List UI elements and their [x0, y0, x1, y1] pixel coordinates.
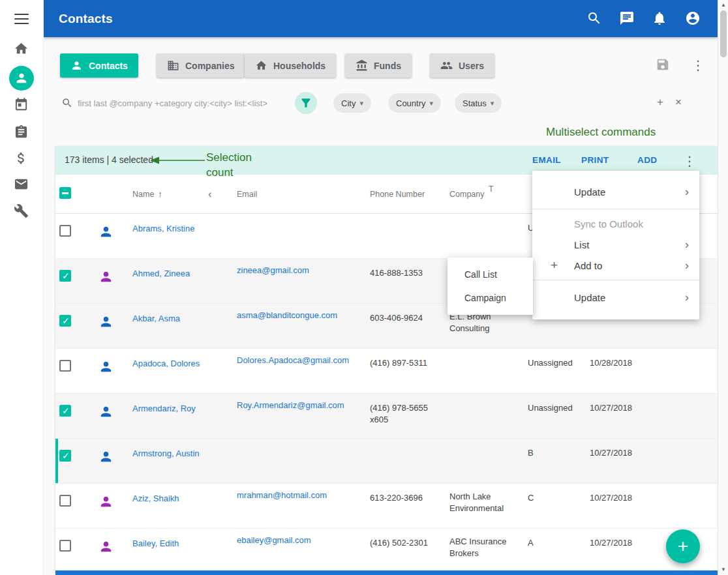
table-row[interactable]: Apadoca, Dolores Dolores.Apadoca@gmail.c… [55, 349, 718, 394]
contact-email-link[interactable]: zineea@gmail.com [237, 264, 309, 276]
contact-email-link[interactable]: Roy.Armendariz@gmail.com [237, 399, 344, 411]
sidebar-item-calendar[interactable] [14, 97, 29, 112]
column-header-company[interactable]: CompanyT [446, 190, 524, 199]
caret-down-icon: ▾ [359, 99, 363, 108]
tab-companies[interactable]: Companies [157, 53, 245, 78]
messages-button[interactable] [619, 10, 635, 26]
column-header-phone[interactable]: Phone Number [366, 190, 446, 199]
contact-name-link[interactable]: Armstrong, Austin [132, 447, 200, 460]
contact-company [446, 439, 524, 446]
contact-email-link[interactable]: mrahman@hotmail.com [237, 489, 327, 501]
menu-item-update-2[interactable]: Update› [532, 284, 699, 310]
menu-item-call-list[interactable]: Call List [447, 263, 533, 286]
save-icon [656, 57, 670, 72]
home-icon [255, 59, 267, 72]
sidebar-item-opportunities[interactable] [14, 151, 29, 166]
row-checkbox[interactable] [59, 405, 71, 417]
contact-name-link[interactable]: Armendariz, Roy [132, 402, 196, 415]
add-button[interactable]: ADD [637, 155, 657, 165]
sidebar-item-contacts-active[interactable] [9, 66, 34, 91]
sidebar-item-settings[interactable] [14, 203, 29, 218]
row-checkbox[interactable] [59, 360, 71, 372]
hamburger-menu-button[interactable] [14, 14, 29, 24]
person-avatar-icon [99, 539, 114, 554]
view-options-button[interactable]: ⋮ [691, 57, 705, 73]
contact-company: ABC Insurance Brokers [446, 529, 524, 559]
row-checkbox[interactable] [59, 540, 71, 552]
menu-item-list[interactable]: List› [532, 234, 699, 255]
table-row[interactable]: Armstrong, Austin B 10/27/2018 [55, 439, 718, 484]
plus-icon: + [657, 96, 663, 108]
home-icon [14, 41, 29, 56]
contact-name-link[interactable]: Bailey, Edith [132, 537, 179, 550]
kebab-icon: ⋮ [691, 57, 705, 73]
contact-email-link[interactable]: ebailey@gmail.com [237, 534, 311, 546]
horizontal-scrollbar-thumb[interactable] [55, 570, 718, 575]
tab-contacts[interactable]: Contacts [60, 53, 138, 78]
collapse-column-button[interactable]: ‹ [204, 188, 233, 201]
column-header-email[interactable]: Email [233, 190, 366, 199]
vertical-scrollbar[interactable]: ▲ ▼ [718, 0, 728, 575]
filter-chip-country[interactable]: Country▾ [388, 93, 441, 113]
row-checkbox[interactable] [59, 495, 71, 507]
plus-icon: + [532, 258, 574, 273]
add-filter-button[interactable]: + [657, 96, 663, 109]
scroll-down-arrow[interactable]: ▼ [718, 567, 728, 572]
scroll-up-arrow[interactable]: ▲ [718, 2, 728, 8]
notifications-button[interactable] [652, 10, 667, 26]
column-header-truncated: T [489, 184, 494, 194]
contact-name-link[interactable]: Apadoca, Dolores [132, 357, 200, 370]
row-checkbox[interactable] [59, 270, 71, 282]
table-row[interactable]: Aziz, Shaikh mrahman@hotmail.com 613-220… [55, 484, 718, 529]
caret-down-icon: ▾ [430, 99, 434, 108]
person-avatar-icon [99, 269, 114, 284]
table-row[interactable]: Armendariz, Roy Roy.Armendariz@gmail.com… [55, 394, 718, 439]
contact-name-link[interactable]: Ahmed, Zineea [132, 267, 190, 280]
table-row[interactable]: Bailey, Edith ebailey@gmail.com (416) 50… [55, 529, 718, 574]
select-all-checkbox[interactable] [59, 187, 71, 199]
contact-email-link[interactable]: Dolores.Apadoca@gmail.com [237, 354, 349, 366]
contact-phone: 613-220-3696 [366, 484, 446, 504]
account-button[interactable] [685, 10, 701, 26]
filter-chip-status[interactable]: Status▾ [455, 93, 502, 113]
bell-icon [652, 10, 667, 26]
row-checkbox[interactable] [59, 450, 71, 462]
annotation-selection-count: Selection count [206, 150, 266, 180]
add-contact-fab[interactable]: + [666, 529, 700, 563]
sidebar-item-home[interactable] [14, 41, 29, 56]
search-icon [586, 10, 602, 26]
menu-item-update[interactable]: Update› [532, 179, 699, 205]
bank-icon [356, 59, 368, 72]
search-input[interactable] [78, 94, 312, 112]
vertical-scrollbar-thumb[interactable] [720, 10, 727, 57]
filter-chip-city[interactable]: City▾ [333, 93, 371, 113]
tab-households[interactable]: Households [245, 53, 336, 78]
menu-item-add-to[interactable]: +Add to› [532, 255, 699, 276]
contact-name-link[interactable]: Akbar, Asma [132, 312, 180, 325]
contact-email-link[interactable]: asma@blanditcongue.com [237, 309, 337, 321]
contact-name-link[interactable]: Abrams, Kristine [132, 222, 194, 235]
contact-company [446, 214, 524, 221]
sidebar-item-email[interactable] [14, 177, 29, 192]
row-checkbox[interactable] [59, 315, 71, 327]
clear-filters-button[interactable]: × [675, 96, 682, 109]
menu-item-campaign[interactable]: Campaign [447, 286, 533, 310]
annotation-multiselect-commands: Multiselect commands [546, 126, 656, 139]
column-header-name[interactable]: Name↑ [129, 189, 204, 199]
print-button[interactable]: PRINT [581, 155, 609, 165]
person-icon [70, 59, 83, 72]
contact-name-link[interactable]: Aziz, Shaikh [132, 492, 179, 505]
annotation-arrow [149, 156, 205, 164]
search-button[interactable] [586, 10, 602, 26]
email-button[interactable]: EMAIL [532, 155, 561, 165]
save-view-button[interactable] [656, 57, 670, 72]
tab-funds[interactable]: Funds [345, 53, 412, 78]
tab-users[interactable]: Users [430, 53, 494, 78]
contact-date: 10/27/2018 [586, 439, 718, 459]
multiselect-commands-button[interactable]: ⋮ [683, 153, 696, 169]
sidebar-item-tasks[interactable] [14, 125, 29, 140]
menu-item-sync-to-outlook[interactable]: Sync to Outlook [532, 213, 699, 234]
row-checkbox[interactable] [59, 225, 71, 237]
multiselect-commands-menu: Update› Sync to Outlook List› +Add to› U… [532, 171, 699, 319]
filter-button[interactable] [295, 92, 317, 114]
